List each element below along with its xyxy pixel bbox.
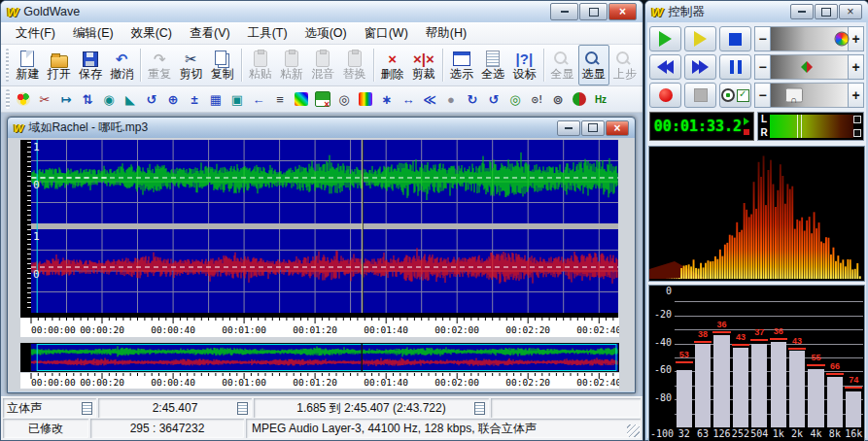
- smooth-button[interactable]: ≪: [419, 88, 440, 110]
- mix-button[interactable]: 混音: [307, 45, 338, 85]
- speed-increase-button[interactable]: [848, 83, 864, 108]
- pause-button[interactable]: [719, 54, 751, 80]
- zoom-selection-button[interactable]: 选显: [578, 45, 609, 85]
- mixer-sliders-button[interactable]: ≡: [269, 88, 291, 110]
- menu-help[interactable]: 帮助(H): [417, 23, 475, 44]
- eye-button[interactable]: ◎: [333, 88, 355, 110]
- ctl-maximize-button[interactable]: [815, 4, 838, 19]
- speed-slider[interactable]: [754, 83, 864, 108]
- fit-window-button[interactable]: ▣: [226, 88, 248, 110]
- sparkle-button[interactable]: ∗: [376, 88, 398, 110]
- knob-max-button[interactable]: ⊙!: [526, 88, 547, 110]
- reverse-button[interactable]: ↺: [141, 88, 162, 110]
- record-settings-button[interactable]: [719, 83, 751, 108]
- spectrum-colors-button[interactable]: [355, 88, 376, 110]
- overview-display[interactable]: [30, 343, 619, 372]
- matrix-button[interactable]: [291, 88, 312, 110]
- back-button[interactable]: ←: [248, 88, 269, 110]
- mechanize-button[interactable]: ⊕: [162, 88, 184, 110]
- paste-new-button[interactable]: 粘新: [276, 45, 307, 85]
- doc-restore-button[interactable]: [581, 120, 605, 136]
- zoom-previous-button[interactable]: 上步: [609, 45, 641, 85]
- knob-double-button[interactable]: ⊚: [547, 88, 569, 110]
- rewind-button[interactable]: [649, 54, 681, 80]
- redo-button[interactable]: ↷重复: [144, 45, 175, 85]
- volume-slider[interactable]: [754, 26, 864, 51]
- matrix-check-button[interactable]: [312, 88, 333, 110]
- meter-option-button[interactable]: [853, 129, 861, 137]
- menu-file[interactable]: 文件(F): [7, 23, 64, 44]
- balance-slider-knob[interactable]: [801, 61, 813, 73]
- delete-button[interactable]: ×删除: [376, 45, 407, 85]
- controller-title-bar[interactable]: 控制器 ×: [645, 1, 868, 22]
- doppler-button[interactable]: [13, 88, 34, 110]
- close-button[interactable]: [608, 3, 637, 20]
- play-selection-button[interactable]: [684, 26, 716, 51]
- resize-grip[interactable]: [627, 424, 640, 437]
- stop-button[interactable]: [719, 26, 751, 51]
- new-button[interactable]: 新建: [12, 45, 43, 85]
- knob-match-button[interactable]: ◎: [504, 88, 526, 110]
- menu-window[interactable]: 窗口(W): [356, 23, 417, 44]
- speed-slider-track[interactable]: [771, 83, 848, 108]
- meter-option-button[interactable]: [853, 116, 861, 123]
- volume-slider-track[interactable]: [771, 26, 848, 51]
- volume-increase-button[interactable]: [848, 26, 864, 51]
- select-all-button[interactable]: 全选: [477, 45, 508, 85]
- doc-close-button[interactable]: [606, 120, 629, 136]
- play-button[interactable]: [649, 26, 681, 51]
- cut-button[interactable]: ✂剪切: [175, 45, 206, 85]
- replace-button[interactable]: 替换: [338, 45, 369, 85]
- cut-markers-button[interactable]: ✂: [34, 88, 55, 110]
- set-marker-button[interactable]: |?|设标: [508, 45, 539, 85]
- status-menu-icon[interactable]: [474, 402, 485, 415]
- trim-button[interactable]: ×|×剪裁: [408, 45, 439, 85]
- goto-marker-button[interactable]: ↦: [55, 88, 77, 110]
- menu-tool[interactable]: 工具(T): [239, 23, 296, 44]
- stretch-button[interactable]: ↔: [398, 88, 419, 110]
- balance-slider-track[interactable]: [771, 54, 848, 80]
- ctl-minimize-button[interactable]: [790, 4, 814, 19]
- spectrum-analyzer[interactable]: 0-20-40-60-80 53383643373643556674 -1003…: [648, 285, 865, 441]
- volume-slider-knob[interactable]: [834, 32, 849, 47]
- knob-plain-button[interactable]: ●: [440, 88, 462, 110]
- menu-effect[interactable]: 效果(C): [122, 23, 181, 44]
- spectrogram-display[interactable]: [648, 146, 865, 282]
- minimize-button[interactable]: [550, 3, 578, 20]
- playback-rate-button[interactable]: Hz: [590, 88, 611, 110]
- main-title-bar[interactable]: GoldWave: [1, 1, 642, 22]
- menu-view[interactable]: 查看(V): [181, 23, 239, 44]
- undo-button[interactable]: ↶撤消: [106, 45, 137, 85]
- equalizer-button[interactable]: ▦: [205, 88, 226, 110]
- waveform-display[interactable]: 1 0 1 0: [31, 140, 618, 313]
- menu-edit[interactable]: 编辑(E): [64, 23, 122, 44]
- maximize-button[interactable]: [579, 3, 608, 20]
- record-stop-button[interactable]: [684, 83, 716, 108]
- knob-ccw-button[interactable]: ↺: [483, 88, 504, 110]
- record-button[interactable]: [649, 83, 681, 108]
- fast-forward-button[interactable]: [684, 54, 716, 80]
- save-button[interactable]: 保存: [75, 45, 106, 85]
- open-button[interactable]: 打开: [44, 45, 75, 85]
- knob-cw-button[interactable]: ↻: [462, 88, 483, 110]
- show-selection-button[interactable]: 选示: [446, 45, 477, 85]
- pan-button[interactable]: [569, 88, 590, 110]
- menu-options[interactable]: 选项(O): [296, 23, 356, 44]
- lens-button[interactable]: ◉: [98, 88, 120, 110]
- ramp-button[interactable]: ◣: [120, 88, 141, 110]
- paste-button[interactable]: 粘贴: [245, 45, 276, 85]
- balance-slider[interactable]: [754, 54, 864, 80]
- compress-button[interactable]: ⇅: [77, 88, 98, 110]
- speed-slider-knob[interactable]: [785, 88, 803, 103]
- status-menu-icon[interactable]: [82, 402, 92, 415]
- offset-button[interactable]: ±: [184, 88, 205, 110]
- status-menu-icon[interactable]: [237, 402, 248, 415]
- volume-decrease-button[interactable]: [754, 26, 771, 51]
- show-all-button[interactable]: 全显: [546, 45, 577, 85]
- ctl-close-button[interactable]: ×: [839, 4, 862, 19]
- balance-increase-button[interactable]: [848, 54, 864, 80]
- doc-minimize-button[interactable]: [557, 120, 580, 136]
- copy-button[interactable]: 复制: [207, 45, 238, 85]
- balance-decrease-button[interactable]: [754, 54, 771, 80]
- document-title-bar[interactable]: 域如Rachel - 哪吒.mp3: [8, 118, 635, 138]
